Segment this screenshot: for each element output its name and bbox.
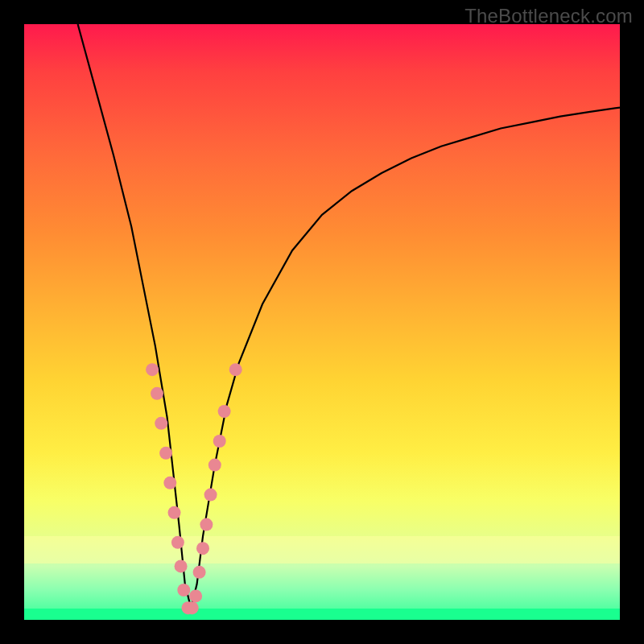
data-marker [146,363,159,376]
data-marker [189,589,202,602]
data-marker [163,477,176,489]
data-marker [229,363,242,376]
data-marker [213,435,226,448]
bottleneck-curve [78,24,620,608]
chart-frame: TheBottleneck.com [0,0,644,644]
watermark-text: TheBottleneck.com [464,5,633,27]
data-marker [177,584,190,597]
data-markers [146,363,242,614]
data-marker [159,447,172,460]
data-marker [155,417,167,430]
data-marker [193,566,206,579]
data-marker [151,387,163,400]
curve-svg [24,24,620,620]
data-marker [218,405,231,418]
data-marker [204,489,217,502]
baseline-stripe [24,609,620,620]
plot-area [24,24,620,620]
highlight-band [24,536,620,564]
data-marker [200,518,213,531]
data-marker [168,506,181,519]
data-marker [208,459,221,472]
